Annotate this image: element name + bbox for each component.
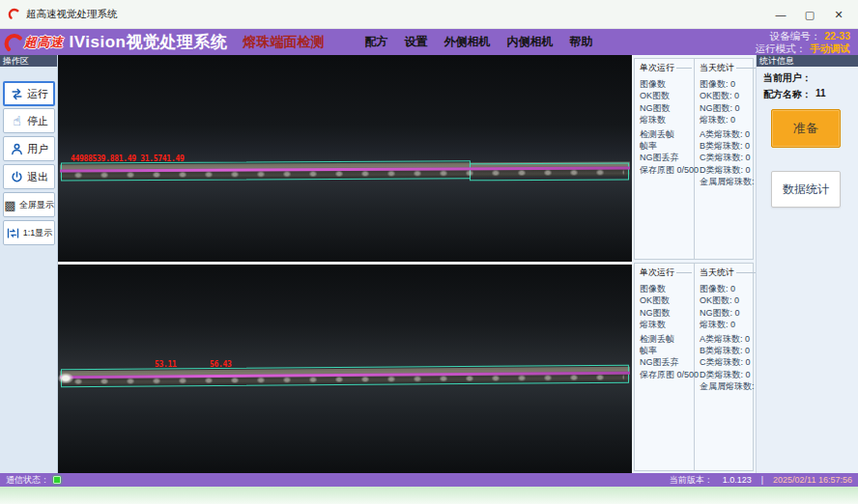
- exit-button-label: 退出: [27, 170, 48, 184]
- stat-row: NG图数: 0: [700, 307, 761, 319]
- measurement-annotation: 44988539.881.49 31.5741.49: [71, 154, 184, 163]
- menu-help[interactable]: 帮助: [569, 34, 592, 50]
- status-bar: 通信状态： 当前版本： 1.0.123 | 2025/02/11 16:57:5…: [0, 473, 858, 487]
- stat-row: NG图丢弃: [640, 356, 694, 368]
- fullscreen-dither-icon: ▩: [4, 197, 16, 212]
- recipe-name-value: 11: [815, 88, 826, 101]
- daily-stats-title: 当天统计: [700, 62, 761, 74]
- operation-sidebar: 操作区 运行 ☝ 停止 用户: [0, 55, 58, 473]
- comm-status-label: 通信状态：: [6, 474, 49, 487]
- brand-name: 超高速: [24, 34, 64, 51]
- user-button[interactable]: 用户: [3, 136, 55, 161]
- fullscreen-button-label: 全屏显示: [19, 199, 54, 211]
- fullscreen-button[interactable]: ▩ 全屏显示: [3, 192, 55, 217]
- stat-row: NG图数: [640, 307, 694, 319]
- prepare-button[interactable]: 准备: [771, 109, 841, 148]
- stat-row: 检测丢帧: [640, 333, 694, 345]
- version-value: 1.0.123: [723, 475, 752, 485]
- stat-row: C类熔珠数: 0: [700, 152, 761, 163]
- outer-camera-viewport: 44988539.881.49 31.5741.49: [58, 55, 632, 262]
- stat-row: 图像数: [640, 78, 694, 90]
- stat-row: D类熔珠数: 0: [700, 369, 761, 380]
- stat-row: OK图数: [640, 90, 694, 101]
- run-loop-icon: [10, 86, 24, 101]
- measurement-annotation: 56.43: [210, 360, 232, 369]
- stat-row: 保存原图 0/500: [640, 164, 694, 176]
- stat-row: 熔珠数: [640, 319, 694, 330]
- stop-button[interactable]: ☝ 停止: [3, 108, 55, 133]
- daily-stats-column: 当天统计 图像数: 0 OK图数: 0 NG图数: 0 熔珠数: 0 A类熔珠数…: [695, 59, 761, 259]
- recipe-name-label: 配方名称：: [763, 88, 812, 101]
- device-info: 设备编号： 22-33 运行模式： 手动调试: [756, 30, 851, 55]
- stat-row: 图像数: [640, 283, 694, 294]
- status-separator: |: [761, 475, 763, 485]
- menu-recipe[interactable]: 配方: [364, 34, 387, 50]
- info-panel-title: 统计信息: [757, 55, 858, 67]
- stat-row: C类熔珠数: 0: [700, 356, 761, 368]
- comm-status-indicator: [53, 476, 61, 484]
- stat-row: D类熔珠数: 0: [700, 164, 761, 176]
- stats-box-top: 单次运行 图像数 OK图数 NG图数 熔珠数 检测丢帧 帧率 NG图丢弃 保存原…: [634, 58, 754, 260]
- stat-row: 熔珠数: [640, 114, 694, 126]
- device-number-value: 22-33: [824, 30, 850, 42]
- app-icon: [8, 8, 20, 20]
- stat-row: 图像数: 0: [700, 78, 761, 90]
- status-bar-right: 当前版本： 1.0.123 | 2025/02/11 16:57:56: [670, 474, 852, 487]
- exit-button[interactable]: 退出: [3, 164, 55, 189]
- app-subtitle: 熔珠端面检测: [243, 34, 324, 51]
- user-button-label: 用户: [27, 142, 48, 156]
- power-icon: [10, 169, 24, 184]
- measurement-annotation: 53.11: [155, 360, 177, 369]
- stat-row: 金属屑熔珠数: 0: [700, 380, 761, 392]
- daily-stats-column: 当天统计 图像数: 0 OK图数: 0 NG图数: 0 熔珠数: 0 A类熔珠数…: [695, 264, 761, 470]
- stat-row: NG图数: [640, 102, 694, 114]
- stats-column: 单次运行 图像数 OK图数 NG图数 熔珠数 检测丢帧 帧率 NG图丢弃 保存原…: [632, 55, 756, 473]
- stats-box-bottom: 单次运行 图像数 OK图数 NG图数 熔珠数 检测丢帧 帧率 NG图丢弃 保存原…: [634, 263, 754, 471]
- stat-row: 检测丢帧: [640, 128, 694, 140]
- sidebar-title: 操作区: [0, 55, 57, 67]
- stat-row: 金属屑熔珠数: 0: [700, 176, 761, 187]
- weld-strip-image-top: [60, 161, 630, 179]
- os-titlebar: 超高速视觉处理系统 — ▢ ✕: [0, 0, 858, 29]
- app-window: 超高速视觉处理系统 — ▢ ✕ 超高速 IVision视觉处理系统 熔珠端面检测…: [0, 0, 858, 504]
- page-title: IVision视觉处理系统: [70, 31, 228, 53]
- user-icon: [10, 141, 24, 156]
- run-mode-label: 运行模式：: [756, 42, 807, 55]
- current-user-row: 当前用户：: [763, 71, 815, 85]
- stat-row: A类熔珠数: 0: [700, 128, 761, 140]
- run-button[interactable]: 运行: [3, 81, 55, 106]
- stat-row: 帧率: [640, 345, 694, 356]
- single-run-column: 单次运行 图像数 OK图数 NG图数 熔珠数 检测丢帧 帧率 NG图丢弃 保存原…: [635, 264, 695, 470]
- single-run-column: 单次运行 图像数 OK图数 NG图数 熔珠数 检测丢帧 帧率 NG图丢弃 保存原…: [635, 59, 695, 259]
- stat-row: OK图数: 0: [700, 294, 761, 306]
- one-to-one-button[interactable]: 1:1显示: [3, 220, 55, 245]
- close-button[interactable]: ✕: [827, 5, 850, 24]
- stat-row: B类熔珠数: 0: [700, 140, 761, 152]
- run-mode-value: 手动调试: [810, 42, 850, 55]
- stat-row: NG图数: 0: [700, 102, 761, 114]
- stat-row: 熔珠数: 0: [700, 114, 761, 126]
- stat-row: 熔珠数: 0: [700, 319, 761, 330]
- weld-strip-image-bottom: [60, 367, 630, 386]
- camera-view-area: 44988539.881.49 31.5741.49 53.11 56.43: [58, 55, 632, 473]
- roi-rect-icon: [61, 160, 471, 181]
- version-label: 当前版本：: [670, 474, 713, 487]
- stat-row: 图像数: 0: [700, 283, 761, 294]
- data-statistics-button[interactable]: 数据统计: [771, 171, 841, 208]
- menu-outer-camera[interactable]: 外侧相机: [443, 34, 490, 50]
- logo-icon: [4, 33, 23, 52]
- menu-settings[interactable]: 设置: [404, 34, 427, 50]
- menu-bar: 配方 设置 外侧相机 内侧相机 帮助: [364, 34, 592, 50]
- stat-row: OK图数: [640, 294, 694, 306]
- stop-hand-icon: ☝: [10, 113, 24, 128]
- single-run-title: 单次运行: [640, 62, 694, 74]
- single-run-title: 单次运行: [640, 266, 694, 279]
- roi-rect-icon: [470, 162, 629, 181]
- datetime-value: 2025/02/11 16:57:56: [773, 475, 852, 485]
- menu-inner-camera[interactable]: 内侧相机: [506, 34, 553, 50]
- maximize-button[interactable]: ▢: [798, 5, 821, 24]
- minimize-button[interactable]: —: [769, 5, 792, 24]
- stat-row: A类熔珠数: 0: [700, 333, 761, 345]
- stat-row: OK图数: 0: [700, 90, 761, 101]
- stat-row: NG图丢弃: [640, 152, 694, 163]
